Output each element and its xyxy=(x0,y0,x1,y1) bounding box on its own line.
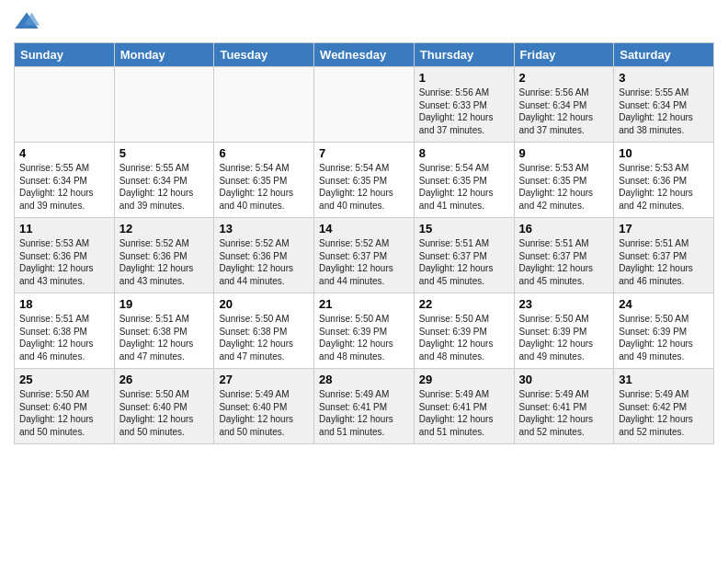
dow-header: Monday xyxy=(114,43,214,67)
day-info-text: and 39 minutes. xyxy=(19,200,109,213)
calendar-day-cell xyxy=(15,67,115,143)
day-info-text: and 39 minutes. xyxy=(119,200,210,213)
dow-header: Thursday xyxy=(414,43,514,67)
day-number: 11 xyxy=(19,222,109,236)
day-info-text: Daylight: 12 hours xyxy=(219,187,309,200)
day-info-text: Sunrise: 5:50 AM xyxy=(119,388,210,401)
calendar-day-cell: 30Sunrise: 5:49 AMSunset: 6:41 PMDayligh… xyxy=(514,369,614,444)
day-info-text: Sunrise: 5:53 AM xyxy=(19,237,109,250)
day-info-text: Sunset: 6:35 PM xyxy=(319,175,409,188)
calendar-table: SundayMondayTuesdayWednesdayThursdayFrid… xyxy=(14,42,714,444)
day-info-text: Sunrise: 5:52 AM xyxy=(319,237,409,250)
day-number: 5 xyxy=(119,146,210,160)
calendar-day-cell: 8Sunrise: 5:54 AMSunset: 6:35 PMDaylight… xyxy=(414,143,514,218)
day-number: 8 xyxy=(419,146,509,160)
day-info-text: Daylight: 12 hours xyxy=(319,413,409,426)
day-info-text: Sunset: 6:36 PM xyxy=(619,175,709,188)
calendar-day-cell: 16Sunrise: 5:51 AMSunset: 6:37 PMDayligh… xyxy=(514,218,614,293)
calendar-day-cell: 12Sunrise: 5:52 AMSunset: 6:36 PMDayligh… xyxy=(114,218,214,293)
day-info-text: and 52 minutes. xyxy=(619,426,709,439)
day-info-text: Sunset: 6:38 PM xyxy=(119,326,210,339)
day-info-text: Sunset: 6:40 PM xyxy=(119,401,210,414)
day-number: 22 xyxy=(419,297,509,311)
day-number: 18 xyxy=(19,297,109,311)
calendar-day-cell: 26Sunrise: 5:50 AMSunset: 6:40 PMDayligh… xyxy=(114,369,214,444)
day-info-text: Daylight: 12 hours xyxy=(519,111,609,124)
calendar-day-cell: 28Sunrise: 5:49 AMSunset: 6:41 PMDayligh… xyxy=(314,369,415,444)
day-info-text: Sunset: 6:35 PM xyxy=(219,175,309,188)
day-info-text: Sunset: 6:37 PM xyxy=(419,250,509,263)
calendar-day-cell: 21Sunrise: 5:50 AMSunset: 6:39 PMDayligh… xyxy=(314,293,415,369)
dow-header: Friday xyxy=(514,43,614,67)
day-info-text: Daylight: 12 hours xyxy=(319,187,409,200)
day-info-text: and 40 minutes. xyxy=(219,200,309,213)
calendar-day-cell: 13Sunrise: 5:52 AMSunset: 6:36 PMDayligh… xyxy=(214,218,314,293)
day-number: 9 xyxy=(519,146,609,160)
day-info-text: Sunrise: 5:55 AM xyxy=(19,162,109,175)
day-info-text: and 45 minutes. xyxy=(519,275,609,288)
calendar-week-row: 18Sunrise: 5:51 AMSunset: 6:38 PMDayligh… xyxy=(15,293,714,369)
day-number: 17 xyxy=(619,222,709,236)
calendar-week-row: 1Sunrise: 5:56 AMSunset: 6:33 PMDaylight… xyxy=(15,67,714,143)
day-number: 19 xyxy=(119,297,210,311)
day-info-text: and 42 minutes. xyxy=(619,200,709,213)
day-info-text: and 47 minutes. xyxy=(119,350,210,363)
day-info-text: Daylight: 12 hours xyxy=(419,262,509,275)
calendar-week-row: 11Sunrise: 5:53 AMSunset: 6:36 PMDayligh… xyxy=(15,218,714,293)
day-info-text: and 37 minutes. xyxy=(419,124,509,137)
day-info-text: and 48 minutes. xyxy=(419,350,509,363)
day-number: 10 xyxy=(619,146,709,160)
day-info-text: and 44 minutes. xyxy=(219,275,309,288)
day-info-text: and 49 minutes. xyxy=(519,350,609,363)
day-info-text: Sunrise: 5:56 AM xyxy=(419,86,509,99)
day-info-text: and 46 minutes. xyxy=(19,350,109,363)
dow-header: Tuesday xyxy=(214,43,314,67)
day-number: 28 xyxy=(319,373,409,386)
day-info-text: Daylight: 12 hours xyxy=(419,111,509,124)
day-info-text: Sunrise: 5:56 AM xyxy=(519,86,609,99)
day-info-text: Sunset: 6:37 PM xyxy=(619,250,709,263)
day-info-text: and 50 minutes. xyxy=(19,426,109,439)
calendar-day-cell: 9Sunrise: 5:53 AMSunset: 6:35 PMDaylight… xyxy=(514,143,614,218)
calendar-day-cell: 2Sunrise: 5:56 AMSunset: 6:34 PMDaylight… xyxy=(514,67,614,143)
day-info-text: Sunrise: 5:49 AM xyxy=(219,388,309,401)
day-info-text: and 37 minutes. xyxy=(519,124,609,137)
calendar-day-cell: 25Sunrise: 5:50 AMSunset: 6:40 PMDayligh… xyxy=(15,369,115,444)
day-info-text: Sunset: 6:41 PM xyxy=(519,401,609,414)
day-info-text: Daylight: 12 hours xyxy=(419,338,509,350)
day-info-text: Sunset: 6:42 PM xyxy=(619,401,709,414)
day-info-text: Sunrise: 5:55 AM xyxy=(619,86,709,99)
calendar-day-cell: 7Sunrise: 5:54 AMSunset: 6:35 PMDaylight… xyxy=(314,143,415,218)
day-info-text: Sunrise: 5:49 AM xyxy=(619,388,709,401)
calendar-day-cell: 31Sunrise: 5:49 AMSunset: 6:42 PMDayligh… xyxy=(614,369,714,444)
day-info-text: Sunset: 6:36 PM xyxy=(119,250,210,263)
day-info-text: Daylight: 12 hours xyxy=(119,262,210,275)
day-info-text: Daylight: 12 hours xyxy=(19,338,109,350)
day-number: 29 xyxy=(419,373,509,386)
calendar-day-cell: 6Sunrise: 5:54 AMSunset: 6:35 PMDaylight… xyxy=(214,143,314,218)
day-info-text: Daylight: 12 hours xyxy=(619,413,709,426)
day-info-text: and 50 minutes. xyxy=(119,426,210,439)
day-info-text: Daylight: 12 hours xyxy=(619,338,709,350)
day-info-text: Sunset: 6:40 PM xyxy=(219,401,309,414)
day-info-text: and 45 minutes. xyxy=(419,275,509,288)
calendar-day-cell: 11Sunrise: 5:53 AMSunset: 6:36 PMDayligh… xyxy=(15,218,115,293)
day-info-text: and 49 minutes. xyxy=(619,350,709,363)
dow-header: Saturday xyxy=(614,43,714,67)
day-info-text: and 40 minutes. xyxy=(319,200,409,213)
day-info-text: Sunrise: 5:51 AM xyxy=(119,313,210,326)
days-of-week-row: SundayMondayTuesdayWednesdayThursdayFrid… xyxy=(15,43,714,67)
day-info-text: and 38 minutes. xyxy=(619,124,709,137)
day-info-text: Sunset: 6:36 PM xyxy=(219,250,309,263)
day-info-text: Sunrise: 5:53 AM xyxy=(619,162,709,175)
calendar-week-row: 25Sunrise: 5:50 AMSunset: 6:40 PMDayligh… xyxy=(15,369,714,444)
day-info-text: Daylight: 12 hours xyxy=(19,413,109,426)
calendar-day-cell: 19Sunrise: 5:51 AMSunset: 6:38 PMDayligh… xyxy=(114,293,214,369)
page-header xyxy=(14,9,714,35)
calendar-day-cell: 23Sunrise: 5:50 AMSunset: 6:39 PMDayligh… xyxy=(514,293,614,369)
day-info-text: Sunset: 6:39 PM xyxy=(319,326,409,339)
calendar-day-cell: 20Sunrise: 5:50 AMSunset: 6:38 PMDayligh… xyxy=(214,293,314,369)
day-info-text: Sunrise: 5:51 AM xyxy=(419,237,509,250)
calendar-day-cell: 18Sunrise: 5:51 AMSunset: 6:38 PMDayligh… xyxy=(15,293,115,369)
day-info-text: Daylight: 12 hours xyxy=(119,187,210,200)
